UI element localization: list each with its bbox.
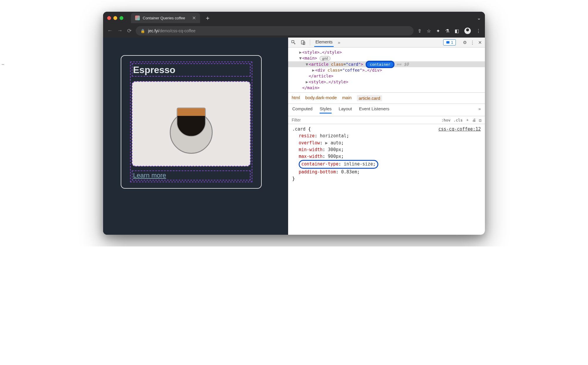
labs-icon[interactable]: ⚗ [445, 28, 449, 34]
css-declaration[interactable]: overflow: ▶ auto; [299, 140, 481, 146]
traffic-lights [107, 16, 123, 20]
maximize-window-button[interactable] [120, 16, 123, 20]
svg-rect-3 [446, 41, 450, 43]
close-devtools-button[interactable]: ✕ [478, 40, 482, 45]
expand-tabs-button[interactable]: ⌄ [477, 15, 481, 21]
devtools-panel: Elements » 1 ⚙ ⋮ ✕ ▶<style>…</style> ▼<m… [288, 38, 485, 235]
css-rule[interactable]: css-cq-coffee:12 .card { resize: horizon… [288, 124, 485, 184]
url-domain: jec.fyi [148, 28, 159, 33]
issues-count: 1 [451, 40, 453, 45]
container-badge[interactable]: container [366, 61, 394, 68]
more-tabs-button[interactable]: » [338, 40, 340, 45]
issues-badge[interactable]: 1 [443, 39, 456, 45]
bookmark-icon[interactable]: ☆ [427, 28, 431, 34]
content-area: Espresso Learn more Elements » [103, 38, 485, 235]
filter-input[interactable] [292, 118, 439, 122]
hov-toggle[interactable]: :hov [441, 118, 451, 122]
css-declaration[interactable]: min-width: 300px; [299, 146, 481, 153]
inspect-icon[interactable] [291, 40, 296, 45]
menu-button[interactable]: ⋮ [476, 28, 481, 34]
close-window-button[interactable] [107, 16, 111, 20]
browser-tab[interactable]: Container Queries coffee ✕ [131, 13, 200, 23]
sidebar-toggle-icon[interactable]: ◫ [479, 118, 481, 122]
devtools-menu-icon[interactable]: ⋮ [470, 40, 475, 45]
minimize-window-button[interactable] [113, 16, 117, 20]
css-source-link[interactable]: css-cq-coffee:12 [439, 126, 481, 133]
breadcrumb: html body.dark-mode main article.card [288, 92, 485, 104]
close-tab-button[interactable]: ✕ [192, 15, 196, 21]
url-bar[interactable]: 🔒 jec.fyi/demo/css-cq-coffee [136, 26, 414, 36]
url-path: /demo/css-cq-coffee [159, 28, 196, 33]
toolbar: ← → ⟳ 🔒 jec.fyi/demo/css-cq-coffee ⇧ ☆ ✦… [103, 24, 485, 38]
more-styles-tabs[interactable]: » [478, 106, 481, 114]
toolbar-right: ⇧ ☆ ✦ ⚗ ◧ ⋮ [418, 28, 481, 34]
styles-tab[interactable]: Styles [320, 106, 332, 114]
back-button[interactable]: ← [107, 28, 112, 34]
css-declaration[interactable]: resize: horizontal; [299, 133, 481, 139]
breadcrumb-body[interactable]: body.dark-mode [305, 95, 337, 101]
css-declaration[interactable]: padding-bottom: 0.83em; [299, 169, 481, 175]
device-css-icon[interactable]: 🖨 [472, 118, 476, 122]
card: Espresso Learn more [121, 55, 262, 189]
forward-button[interactable]: → [117, 28, 122, 34]
grid-badge[interactable]: grid [320, 56, 330, 61]
css-declaration[interactable]: container-type: inline-size; [299, 160, 481, 168]
tab-title: Container Queries coffee [143, 16, 185, 20]
breadcrumb-html[interactable]: html [292, 95, 300, 101]
css-declaration[interactable]: max-width: 900px; [299, 153, 481, 160]
new-tab-button[interactable]: ＋ [205, 14, 211, 22]
breadcrumb-article[interactable]: article.card [357, 95, 382, 101]
favicon-icon [135, 16, 140, 20]
reload-button[interactable]: ⟳ [127, 28, 132, 34]
devtools-tabs: Elements » 1 ⚙ ⋮ ✕ [288, 38, 485, 48]
side-panel-icon[interactable]: ◧ [455, 28, 459, 34]
cls-toggle[interactable]: .cls [453, 118, 463, 122]
learn-more-link[interactable]: Learn more [132, 170, 251, 180]
extensions-icon[interactable]: ✦ [436, 28, 440, 34]
layout-tab[interactable]: Layout [339, 106, 352, 114]
elements-tab[interactable]: Elements [314, 38, 334, 47]
event-listeners-tab[interactable]: Event Listeners [359, 106, 389, 114]
settings-icon[interactable]: ⚙ [463, 40, 467, 45]
selected-dom-node[interactable]: ⋯ ▼<article class="card"> container== $0 [288, 61, 485, 67]
device-toolbar-icon[interactable] [300, 40, 306, 45]
titlebar: Container Queries coffee ✕ ＋ ⌄ [103, 12, 485, 24]
new-style-rule-button[interactable]: ＋ [466, 117, 469, 123]
coffee-image [132, 81, 251, 166]
page-viewport: Espresso Learn more [103, 38, 288, 235]
svg-rect-1 [301, 40, 304, 44]
browser-window: Container Queries coffee ✕ ＋ ⌄ ← → ⟳ 🔒 j… [103, 12, 485, 235]
nav-buttons: ← → ⟳ [107, 28, 132, 34]
avatar-icon[interactable] [464, 28, 471, 34]
card-title: Espresso [132, 63, 251, 77]
computed-tab[interactable]: Computed [292, 106, 313, 114]
styles-tabs: Computed Styles Layout Event Listeners » [288, 104, 485, 116]
filter-bar: :hov .cls ＋ 🖨 ◫ [288, 116, 485, 124]
dom-tree[interactable]: ▶<style>…</style> ▼<main> grid ⋯ ▼<artic… [288, 48, 485, 92]
breadcrumb-main[interactable]: main [342, 95, 352, 101]
share-icon[interactable]: ⇧ [418, 28, 421, 34]
lock-icon: 🔒 [140, 29, 145, 33]
